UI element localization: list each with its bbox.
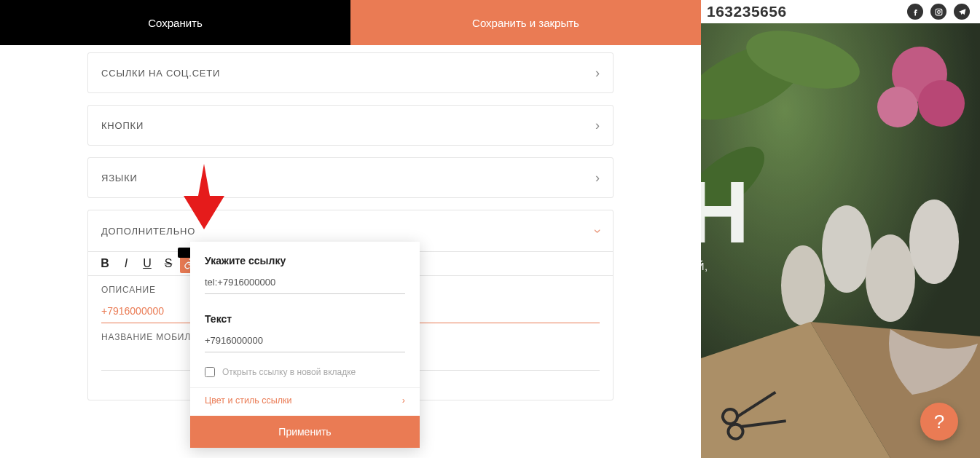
- svg-point-6: [940, 9, 941, 10]
- panel-title: КНОПКИ: [101, 120, 144, 131]
- popover-url-input[interactable]: [205, 274, 405, 294]
- strike-button[interactable]: S: [159, 254, 178, 273]
- save-button[interactable]: Сохранить: [0, 0, 350, 45]
- panel-social-links[interactable]: ССЫЛКИ НА СОЦ.СЕТИ ›: [87, 52, 614, 93]
- social-icons: [907, 4, 970, 20]
- preview-pane: 163235656: [701, 0, 980, 458]
- link-popover: Укажите ссылку Текст Открыть ссылку в но…: [190, 242, 420, 448]
- popover-newtab-checkbox[interactable]: Открыть ссылку в новой вкладке: [190, 358, 420, 387]
- chevron-down-icon: ›: [590, 229, 605, 233]
- popover-url-label: Укажите ссылку: [205, 255, 405, 266]
- panel-languages[interactable]: ЯЗЫКИ ›: [87, 157, 614, 198]
- preview-hero: Н ЫЙ, М: [701, 23, 980, 458]
- facebook-icon[interactable]: [907, 4, 923, 20]
- panel-buttons[interactable]: КНОПКИ ›: [87, 105, 614, 146]
- chevron-right-icon: ›: [402, 395, 405, 406]
- hero-subtitle-fragment: ЫЙ, М: [701, 256, 708, 298]
- chevron-right-icon: ›: [595, 66, 600, 81]
- panel-title: ЯЗЫКИ: [101, 173, 138, 183]
- popover-style-link[interactable]: Цвет и стиль ссылки ›: [190, 387, 420, 416]
- underline-button[interactable]: U: [138, 254, 157, 273]
- panel-title: ССЫЛКИ НА СОЦ.СЕТИ: [101, 68, 220, 79]
- italic-button[interactable]: I: [117, 254, 136, 273]
- newtab-label: Открыть ссылку в новой вкладке: [222, 367, 356, 377]
- instagram-icon[interactable]: [930, 4, 946, 20]
- chevron-right-icon: ›: [595, 170, 600, 186]
- bold-button[interactable]: B: [95, 254, 114, 273]
- telegram-icon[interactable]: [954, 4, 970, 20]
- newtab-checkbox-input[interactable]: [205, 367, 215, 377]
- save-close-button[interactable]: Сохранить и закрыть: [350, 0, 701, 45]
- popover-text-input[interactable]: [205, 332, 405, 352]
- popover-text-label: Текст: [205, 313, 405, 325]
- chevron-right-icon: ›: [595, 118, 600, 133]
- editor-pane: Сохранить Сохранить и закрыть ССЫЛКИ НА …: [0, 0, 701, 458]
- preview-phone: 163235656: [707, 3, 787, 20]
- top-actions: Сохранить Сохранить и закрыть: [0, 0, 701, 45]
- svg-point-5: [937, 10, 940, 13]
- help-button[interactable]: ?: [920, 403, 958, 441]
- panel-title: ДОПОЛНИТЕЛЬНО: [101, 226, 195, 237]
- preview-header: 163235656: [701, 0, 980, 23]
- hero-title-fragment: Н: [701, 162, 750, 262]
- popover-style-label: Цвет и стиль ссылки: [205, 395, 291, 406]
- popover-apply-button[interactable]: Применить: [190, 416, 420, 448]
